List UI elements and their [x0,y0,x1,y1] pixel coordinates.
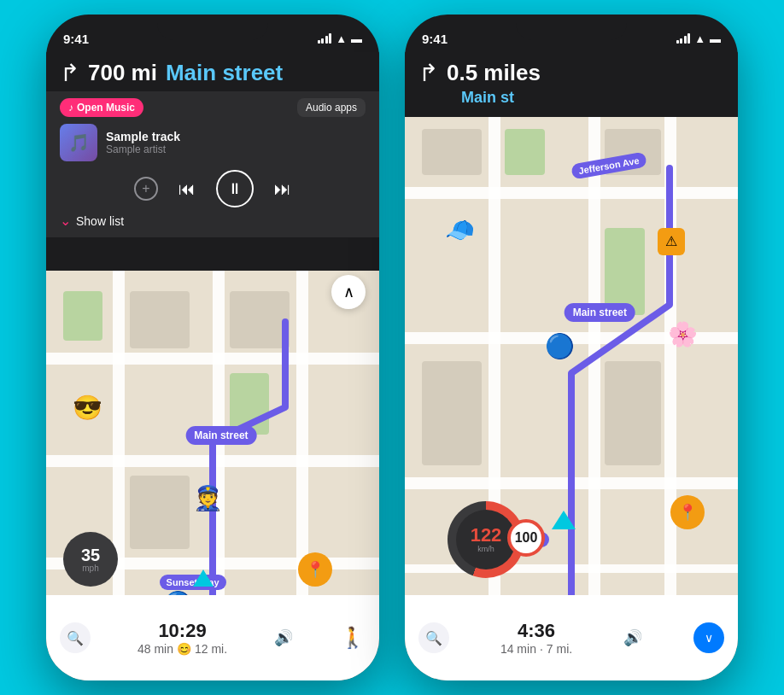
location-button-1[interactable]: 📍 [298,552,332,587]
wifi-icon-1: ▲ [336,32,347,45]
music-bar: ♪ Open Music Audio apps 🎵 Sample track S… [46,91,379,237]
status-time-1: 9:41 [63,32,89,46]
bottom-bar-2: 🔍 4:36 14 min · 7 mi. 🔊 ∨ [405,595,738,680]
audio-apps-button[interactable]: Audio apps [297,98,366,117]
nav-distance-1: 700 mi [88,60,157,86]
dropdown-button[interactable]: ∨ [693,622,724,653]
speed-badge-1: 35 mph [63,532,118,587]
map-area-2: Main street Jefferson Ave I-101 N 🧢 🔵 🌸 … [405,100,738,680]
open-music-button[interactable]: ♪ Open Music [60,98,143,117]
waze-char-1: 😎 [73,394,102,422]
wifi-icon-2: ▲ [694,32,705,45]
battery-icon-2: ▬ [710,32,721,45]
track-artist: Sample artist [106,143,366,155]
add-to-queue-button[interactable]: + [134,177,158,201]
status-bar-1: 9:41 ▲ ▬ [46,15,379,52]
nav-header-2: ↱ 0.5 miles Main st [405,52,738,117]
track-info: Sample track Sample artist [106,130,366,155]
speed-unit-2: km/h [477,545,494,553]
waze-char-p2-1: 🧢 [445,216,475,244]
main-street-label-2: Main street [565,303,635,322]
music-note-icon: ♪ [68,102,73,114]
search-button-2[interactable]: 🔍 [418,622,449,653]
alert-marker: ⚠ [658,228,685,255]
eta-section-1: 10:29 48 min 😊 12 mi. [137,620,227,656]
street-grid-2 [405,100,738,680]
show-list-label: Show list [76,214,124,228]
speed-value-1: 35 [81,546,100,564]
waze-char-2: 👮 [193,484,223,512]
chevron-down-icon: ⌄ [60,213,71,229]
main-street-label-1: Main street [185,426,256,445]
nav-arrow-2 [552,511,576,529]
home-indicator-2 [520,670,623,674]
status-bar-2: 9:41 ▲ ▬ [405,15,738,52]
person-button-1[interactable]: 🚶 [340,626,366,650]
scroll-up-button[interactable]: ∧ [331,275,366,309]
nav-arrow-1 [193,569,214,587]
eta-time-1: 10:29 [137,620,227,642]
status-time-2: 9:41 [422,32,448,46]
eta-section-2: 4:36 14 min · 7 mi. [500,620,572,656]
eta-details-2: 14 min · 7 mi. [500,642,572,656]
search-button-1[interactable]: 🔍 [60,622,91,653]
nav-street-1: Main street [166,60,283,86]
nav-distance-2: 0.5 miles [447,60,541,86]
track-name: Sample track [106,130,366,143]
speed-unit-1: mph [82,564,98,573]
nav-street-2: Main st [461,89,724,107]
status-icons-1: ▲ ▬ [318,32,362,45]
phone-2: 9:41 ▲ ▬ ↱ 0.5 miles Main st [405,15,738,680]
music-controls: + ⏮ ⏸ ⏭ [60,170,366,207]
waze-char-p2-3: 🌸 [668,320,698,348]
prev-track-button[interactable]: ⏮ [178,179,196,199]
waze-char-p2-2: 🔵 [545,332,575,360]
play-pause-button[interactable]: ⏸ [216,170,254,207]
nav-header-1: ↱ 700 mi Main street [46,52,379,96]
album-art: 🎵 [60,124,97,161]
eta-details-1: 48 min 😊 12 mi. [137,642,227,656]
show-list-row[interactable]: ⌄ Show list [60,207,366,231]
next-track-button[interactable]: ⏭ [274,179,291,199]
phone-1: 9:41 ▲ ▬ ↱ 700 mi Main street ♪ Open Mus… [46,15,379,680]
current-speed: 122 [471,526,502,545]
bottom-bar-1: 🔍 10:29 48 min 😊 12 mi. 🔊 🚶 [46,595,379,680]
sound-button-2[interactable]: 🔊 [623,628,642,647]
signal-icon-2 [676,33,691,44]
waze-logo-small-1: 😊 [177,642,191,656]
turn-arrow-1: ↱ [60,59,79,87]
signal-icon-1 [318,33,332,44]
sound-button-1[interactable]: 🔊 [274,628,293,647]
status-icons-2: ▲ ▬ [676,32,721,45]
location-button-2[interactable]: 📍 [670,495,705,529]
home-indicator-1 [161,670,264,674]
battery-icon-1: ▬ [351,32,362,45]
speed-limit-sign: 100 [507,519,545,557]
turn-arrow-2: ↱ [418,59,438,87]
eta-time-2: 4:36 [500,620,572,642]
music-track-row: 🎵 Sample track Sample artist [60,124,366,161]
